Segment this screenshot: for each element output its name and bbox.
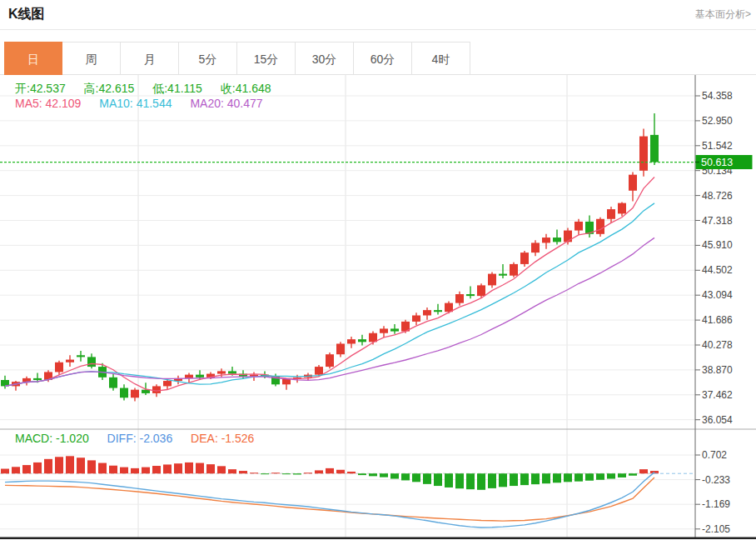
page-title: K线图 [8,6,45,23]
tab-day[interactable]: 日 [4,42,62,75]
svg-text:43.094: 43.094 [702,289,733,301]
tab-month[interactable]: 月 [121,42,179,75]
svg-text:38.870: 38.870 [702,364,733,376]
fundamental-analysis-link[interactable]: 基本面分析> [695,8,751,22]
svg-text:51.542: 51.542 [702,140,733,152]
tab-4hour[interactable]: 4时 [412,42,470,75]
macd-info: MACD: -1.020 DIFF: -2.036 DEA: -1.526 [15,432,269,445]
svg-text:-0.233: -0.233 [702,474,730,486]
tab-30min[interactable]: 30分 [296,42,354,75]
kline-page: K线图 基本面分析> 日周月5分15分30分60分4时 54.35852.950… [0,0,756,540]
high-value: 高:42.615 [84,82,135,95]
chart-area: 54.35852.95051.54250.13448.72647.31845.9… [0,75,756,540]
tab-week[interactable]: 周 [62,42,121,75]
ma-info: MA5: 42.109 MA10: 41.544 MA20: 40.477 [15,97,278,110]
diff-value: DIFF: -2.036 [107,432,173,445]
svg-text:0.702: 0.702 [702,449,727,461]
ma10-value: MA10: 41.544 [99,97,172,110]
svg-text:44.502: 44.502 [702,264,733,276]
current-price-badge: 50.613 [701,157,733,168]
tab-15min[interactable]: 15分 [237,42,296,75]
svg-text:40.278: 40.278 [702,339,733,351]
interval-tabs: 日周月5分15分30分60分4时 [0,42,756,75]
svg-text:47.318: 47.318 [702,215,733,227]
svg-text:-2.105: -2.105 [702,523,730,535]
svg-text:52.950: 52.950 [702,115,733,127]
svg-text:-1.169: -1.169 [702,498,730,510]
svg-text:45.910: 45.910 [702,239,733,251]
ma5-value: MA5: 42.109 [15,97,81,110]
kline-chart-canvas[interactable]: 54.35852.95051.54250.13448.72647.31845.9… [0,75,756,540]
svg-text:48.726: 48.726 [702,190,733,202]
tab-60min[interactable]: 60分 [354,42,412,75]
ma20-value: MA20: 40.477 [190,97,262,110]
svg-text:36.054: 36.054 [702,414,733,426]
dea-value: DEA: -1.526 [191,432,254,445]
svg-text:41.686: 41.686 [702,314,733,326]
low-value: 低:41.115 [152,82,202,95]
open-value: 开:42.537 [15,82,66,95]
svg-text:37.462: 37.462 [702,389,733,401]
close-value: 收:41.648 [221,82,271,95]
macd-value: MACD: -1.020 [15,432,89,445]
page-header: K线图 基本面分析> [0,0,756,30]
svg-text:54.358: 54.358 [702,90,733,102]
ohlc-info: 开:42.537 高:42.615 低:41.115 收:41.648 [15,82,286,97]
tab-5min[interactable]: 5分 [179,42,237,75]
